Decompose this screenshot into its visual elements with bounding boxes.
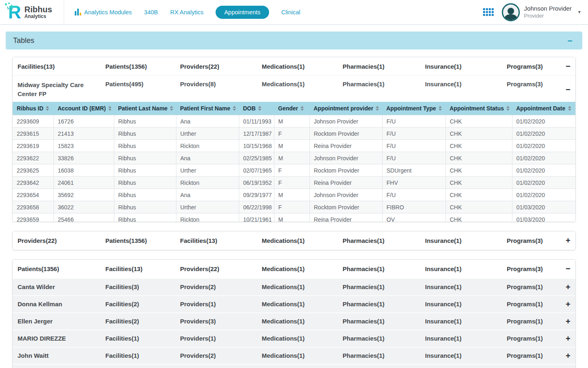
apps-grid-icon[interactable] [483,8,494,16]
column-header-appt-status[interactable]: Appointment Status [445,102,512,115]
patient-stat: Insurance(1) [425,318,507,325]
column-header-dob[interactable]: DOB [239,102,274,115]
summary-stat: Pharmacies(1) [343,63,425,70]
patient-name: John Waitt [18,352,105,359]
patient-row[interactable]: Ellen Jerger Facilities(2) Providers(3) … [13,312,575,330]
providers-card: Providers(22) Patients(1356) Facilities(… [12,231,576,250]
nav-item-analytics-modules[interactable]: Analytics Modules [75,9,132,16]
column-header-ribhus-id[interactable]: Ribhus ID [13,102,53,115]
patient-row[interactable]: John Waitt Facilities(1) Providers(2) Me… [13,347,575,364]
collapse-icon[interactable]: − [566,85,570,94]
tables-panel-title: Tables [13,36,34,45]
cell-first-name: Urther [176,201,239,213]
column-header-last-name[interactable]: Patient Last Name [114,102,176,115]
summary-stat: Medications(1) [262,81,343,88]
person-silhouette-icon [503,6,519,20]
expand-icon[interactable]: + [566,352,570,360]
sort-icon[interactable] [301,106,304,111]
cell-account-id: 21413 [53,128,114,140]
sort-icon[interactable] [506,106,510,111]
cell-account-id: 16038 [53,164,114,177]
tables-panel-header[interactable]: Tables − [6,31,582,49]
facilities-summary-header[interactable]: Facilities(13) Patients(1356) Providers(… [13,57,575,76]
expand-icon[interactable]: + [566,300,570,308]
cell-appt-date: 01/02/2020 [512,115,575,128]
summary-stat: Insurance(1) [425,63,507,70]
cell-appt-type: F/U [382,128,445,140]
cell-dob: 09/29/1977 [239,189,274,201]
cell-first-name: Rickton [176,213,239,222]
patient-row[interactable]: MARIO DIREZZE Facilities(1) Providers(1)… [13,330,575,347]
patient-name: Donna Kellman [18,301,105,307]
column-header-appt-type[interactable]: Appointment Type [382,102,445,115]
nav-item-appointments-active[interactable]: Appointments [216,6,269,19]
sort-icon[interactable] [46,106,49,111]
cell-appt-status: CHK [445,140,512,152]
chevron-down-icon[interactable]: ▼ [577,10,581,14]
patients-rows: Canta Wilder Facilities(3) Providers(2) … [13,278,575,368]
column-header-appt-provider[interactable]: Appointment provider [310,102,382,115]
facilities-card: Facilities(13) Patients(1356) Providers(… [12,57,576,222]
sort-icon[interactable] [108,106,111,111]
cell-appt-status: CHK [445,128,512,140]
column-header-first-name[interactable]: Patient First Name [176,102,239,115]
sort-icon[interactable] [258,106,261,111]
patient-row[interactable]: Canta Wilder Facilities(3) Providers(2) … [13,278,575,295]
patient-stat: Insurance(1) [425,283,507,290]
facility-sub-header[interactable]: Midway Specialty Care Center FP Patients… [13,76,575,102]
patient-name: Ellen Jerger [18,318,105,325]
logo-badge-text: BUS [7,8,13,10]
cell-dob: 10/15/1968 [239,140,274,152]
cell-appt-type: F/U [382,115,445,128]
appointments-table-viewport[interactable]: Ribhus ID Account ID (EMR) Patient Last … [13,102,575,222]
patient-stat: Facilities(2) [105,318,180,325]
column-header-gender[interactable]: Gender [274,102,310,115]
expand-icon[interactable]: + [566,334,570,343]
summary-stat: Pharmacies(1) [343,265,425,272]
patient-stat: Programs(1) [507,318,557,325]
cell-first-name: Ana [176,189,239,201]
tables-collapse-icon[interactable]: − [568,36,572,45]
patient-stat: Facilities(1) [105,352,180,359]
sort-icon[interactable] [568,106,571,111]
expand-icon[interactable]: + [566,317,570,325]
user-menu[interactable]: Johnson Provider Provider ▼ [502,3,581,21]
brand-logo[interactable]: BUS R Ribhus Analytics [8,4,56,20]
avatar [502,3,520,21]
patient-stat: Pharmacies(1) [343,335,425,342]
sort-icon[interactable] [170,106,173,111]
sort-icon[interactable] [376,106,379,111]
table-row: 2293625 16038 Ribhus Urther 02/07/1965 F… [13,164,575,177]
patient-stat: Medications(1) [262,301,343,307]
cell-dob: 02/07/1965 [239,164,274,177]
expand-icon[interactable]: + [566,283,570,291]
summary-stat: Patients(1356) [18,265,105,272]
nav-item-clinical[interactable]: Clinical [281,9,301,16]
cell-appt-type: F/U [382,140,445,152]
column-header-appt-date[interactable]: Appointment Date [512,102,575,115]
nav-item-340b[interactable]: 340B [144,9,158,16]
collapse-icon[interactable]: − [566,62,570,70]
cell-appt-type: SDUrgent [382,164,445,177]
cell-ribhus-id: 2293654 [13,189,53,201]
collapse-icon[interactable]: − [566,265,570,273]
summary-stat: Programs(3) [507,63,557,70]
cell-appt-date: 01/03/2020 [512,213,575,222]
sort-icon[interactable] [233,106,236,111]
nav-item-rx-analytics[interactable]: RX Analytics [170,9,203,16]
column-header-account-id[interactable]: Account ID (EMR) [53,102,114,115]
cell-ribhus-id: 2293658 [13,201,53,213]
summary-stat: Patients(1356) [105,63,180,70]
cell-last-name: Ribhus [114,201,176,213]
patients-summary-header[interactable]: Patients(1356) Facilities(13) Providers(… [13,260,575,278]
summary-stat: Patients(495) [105,81,180,88]
patient-row[interactable]: Donna Kellman Facilities(2) Providers(1)… [13,295,575,312]
providers-summary-header[interactable]: Providers(22) Patients(1356) Facilities(… [13,231,575,250]
patient-name: Canta Wilder [18,283,105,290]
cell-gender: F [274,201,310,213]
expand-icon[interactable]: + [566,236,570,245]
cell-last-name: Ribhus [114,140,176,152]
sort-icon[interactable] [439,106,442,111]
cell-last-name: Ribhus [114,189,176,201]
patient-row[interactable]: Mark Meadows Facilities(1) Providers(2) … [13,364,575,368]
